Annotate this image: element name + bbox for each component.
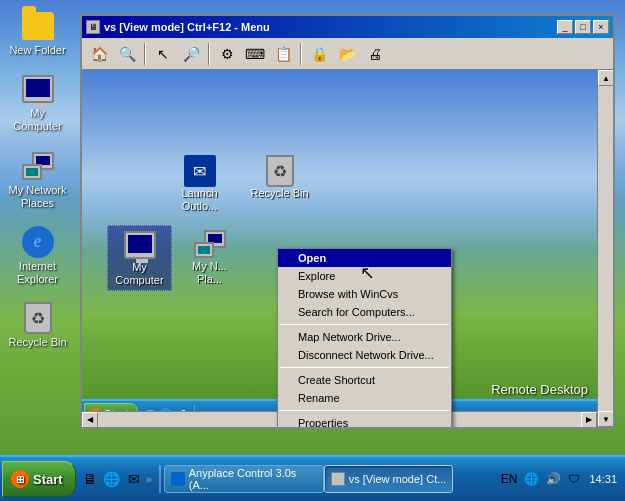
desktop-icon-recycle-bin[interactable]: Recycle Bin bbox=[4, 297, 72, 354]
toolbar-btn-8[interactable]: 🖨 bbox=[362, 42, 388, 66]
ctx-item-search-computers[interactable]: Search for Computers... bbox=[278, 303, 451, 321]
taskbar-chevron[interactable]: » bbox=[146, 473, 152, 485]
rd-title: vs [View mode] Ctrl+F12 - Menu bbox=[104, 21, 270, 33]
vs-label: vs [View mode] Ct... bbox=[349, 473, 447, 485]
start-label: Start bbox=[33, 472, 63, 487]
taskbar-btn-vs[interactable]: vs [View mode] Ct... bbox=[324, 465, 454, 493]
vs-icon bbox=[331, 472, 345, 486]
ctx-item-create-shortcut[interactable]: Create Shortcut bbox=[278, 371, 451, 389]
toolbar-btn-4[interactable]: ⌨ bbox=[242, 42, 268, 66]
desktop-icon-new-folder[interactable]: New Folder bbox=[4, 5, 72, 62]
taskbar-icon-outlook[interactable]: ✉ bbox=[124, 469, 144, 489]
context-menu: Open Explore Browse with WinCvs Search f… bbox=[277, 248, 452, 427]
remote-desktop-label: Remote Desktop bbox=[491, 382, 588, 397]
start-button[interactable]: ⊞ Start bbox=[2, 461, 76, 497]
rd-titlebar: 🖥 vs [View mode] Ctrl+F12 - Menu _ □ × bbox=[82, 16, 613, 38]
inner-icon-network-places[interactable]: My N... Pla... bbox=[177, 225, 242, 294]
toolbar-btn-7[interactable]: 📂 bbox=[334, 42, 360, 66]
ctx-item-explore[interactable]: Explore bbox=[278, 267, 451, 285]
rd-vscrollbar[interactable]: ▲ ▼ bbox=[597, 70, 613, 427]
rd-content-area: ▲ ▼ ✉ Launch Outlo... Recycle Bin bbox=[82, 70, 613, 427]
toolbar-sep-3 bbox=[300, 43, 302, 65]
new-folder-label: New Folder bbox=[9, 44, 65, 57]
my-computer-label: My Computer bbox=[7, 107, 69, 133]
taskbar-icon-desktop[interactable]: 🖥 bbox=[80, 469, 100, 489]
recycle-bin-inner-icon bbox=[264, 155, 296, 187]
toolbar-btn-cursor[interactable]: ↖ bbox=[150, 42, 176, 66]
clock: 14:31 bbox=[585, 473, 621, 485]
recycle-bin-icon bbox=[22, 302, 54, 334]
tray-icon-security[interactable]: 🛡 bbox=[566, 472, 582, 486]
start-logo: ⊞ bbox=[11, 470, 29, 488]
rd-scroll-down[interactable]: ▼ bbox=[598, 411, 613, 427]
my-computer-inner-label: My Computer bbox=[111, 261, 168, 287]
ctx-item-rename[interactable]: Rename bbox=[278, 389, 451, 407]
outlook-icon: ✉ bbox=[184, 155, 216, 187]
minimize-button[interactable]: _ bbox=[557, 20, 573, 34]
inner-icon-recycle-bin[interactable]: Recycle Bin bbox=[247, 152, 312, 208]
ctx-item-disconnect-network[interactable]: Disconnect Network Drive... bbox=[278, 346, 451, 364]
toolbar-btn-zoom[interactable]: 🔎 bbox=[178, 42, 204, 66]
outer-taskbar: ⊞ Start 🖥 🌐 ✉ » Anyplace Control 3.0s (A… bbox=[0, 455, 625, 501]
ctx-item-browse-wincvs[interactable]: Browse with WinCvs bbox=[278, 285, 451, 303]
recycle-bin-label: Recycle Bin bbox=[8, 336, 66, 349]
restore-button[interactable]: □ bbox=[575, 20, 591, 34]
ctx-separator-1 bbox=[280, 324, 449, 325]
desktop-icon-my-computer[interactable]: My Computer bbox=[4, 68, 72, 138]
taskbar-btn-anyplace[interactable]: Anyplace Control 3.0s (A... bbox=[164, 465, 324, 493]
my-computer-inner-icon bbox=[124, 229, 156, 261]
desktop-icon-area: New Folder My Computer My Network Places… bbox=[0, 0, 75, 455]
my-computer-icon bbox=[22, 73, 54, 105]
toolbar-sep-1 bbox=[144, 43, 146, 65]
toolbar-btn-6[interactable]: 🔒 bbox=[306, 42, 332, 66]
close-button[interactable]: × bbox=[593, 20, 609, 34]
toolbar-btn-5[interactable]: 📋 bbox=[270, 42, 296, 66]
rd-hscroll-right[interactable]: ▶ bbox=[581, 412, 597, 428]
desktop: New Folder My Computer My Network Places… bbox=[0, 0, 625, 455]
inner-icon-my-computer[interactable]: My Computer bbox=[107, 225, 172, 296]
taskbar-icon-ie[interactable]: 🌐 bbox=[102, 469, 122, 489]
taskbar-sep-1 bbox=[159, 465, 161, 493]
anyplace-icon bbox=[171, 472, 185, 486]
tray-icon-volume[interactable]: 🔊 bbox=[544, 472, 563, 486]
ctx-item-open[interactable]: Open bbox=[278, 249, 451, 267]
rd-toolbar: 🏠 🔍 ↖ 🔎 ⚙ ⌨ 📋 🔒 📂 🖨 bbox=[82, 38, 613, 70]
rd-window-icon: 🖥 bbox=[86, 20, 100, 34]
launch-outlook-label: Launch Outlo... bbox=[170, 187, 229, 213]
ctx-item-properties[interactable]: Properties bbox=[278, 414, 451, 427]
remote-desktop-window: 🖥 vs [View mode] Ctrl+F12 - Menu _ □ × 🏠… bbox=[80, 14, 615, 429]
folder-icon bbox=[22, 10, 54, 42]
tray-icon-lang[interactable]: EN bbox=[499, 472, 520, 486]
internet-explorer-label: Internet Explorer bbox=[7, 260, 69, 286]
network-places-label: My Network Places bbox=[7, 184, 69, 210]
inner-icon-launch-outlook[interactable]: ✉ Launch Outlo... bbox=[167, 152, 232, 221]
network-inner-icon bbox=[194, 228, 226, 260]
tray-icon-network[interactable]: 🌐 bbox=[522, 472, 541, 486]
ctx-separator-3 bbox=[280, 410, 449, 411]
network-places-icon bbox=[22, 150, 54, 182]
rd-title-buttons: _ □ × bbox=[557, 20, 609, 34]
toolbar-btn-search[interactable]: 🔍 bbox=[114, 42, 140, 66]
rd-scroll-up[interactable]: ▲ bbox=[598, 70, 613, 86]
desktop-icon-network-places[interactable]: My Network Places bbox=[4, 145, 72, 215]
recycle-bin-inner-label: Recycle Bin bbox=[250, 187, 308, 200]
rd-hscroll-left[interactable]: ◀ bbox=[82, 412, 98, 428]
ctx-item-map-network[interactable]: Map Network Drive... bbox=[278, 328, 451, 346]
taskbar-tray: EN 🌐 🔊 🛡 14:31 bbox=[499, 472, 625, 486]
toolbar-btn-3[interactable]: ⚙ bbox=[214, 42, 240, 66]
my-network-inner-label: My N... Pla... bbox=[180, 260, 239, 286]
ie-icon: e bbox=[22, 226, 54, 258]
desktop-icon-internet-explorer[interactable]: e Internet Explorer bbox=[4, 221, 72, 291]
anyplace-label: Anyplace Control 3.0s (A... bbox=[189, 467, 317, 491]
ctx-separator-2 bbox=[280, 367, 449, 368]
toolbar-sep-2 bbox=[208, 43, 210, 65]
taskbar-quick-launch: 🖥 🌐 ✉ » bbox=[76, 469, 156, 489]
toolbar-btn-1[interactable]: 🏠 bbox=[86, 42, 112, 66]
